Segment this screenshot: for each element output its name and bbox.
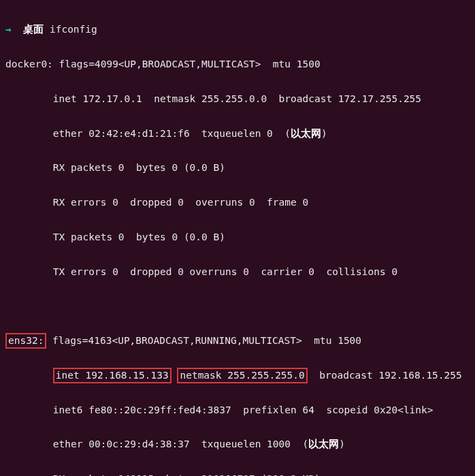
ens32-header-rest: flags=4163<UP,BROADCAST,RUNNING,MULTICAS… bbox=[46, 335, 361, 346]
ens32-header: ens32: flags=4163<UP,BROADCAST,RUNNING,M… bbox=[5, 332, 470, 349]
ens32-inet: inet 192.168.15.133 netmask 255.255.255.… bbox=[5, 367, 470, 384]
docker0-ether-cjk: 以太网 bbox=[291, 128, 321, 139]
docker0-rx-packets: RX packets 0 bytes 0 (0.0 B) bbox=[5, 159, 470, 176]
ens32-ether-cjk: 以太网 bbox=[308, 439, 339, 449]
ens32-ether: ether 00:0c:29:d4:38:37 txqueuelen 1000 … bbox=[5, 436, 470, 453]
prompt-command: ifconfig bbox=[50, 24, 97, 35]
docker0-ether-c: ) bbox=[321, 128, 327, 139]
docker0-inet: inet 172.17.0.1 netmask 255.255.0.0 broa… bbox=[5, 91, 470, 108]
prompt-cwd: 桌面 bbox=[23, 24, 44, 35]
ens32-inet-highlight: inet 192.168.15.133 bbox=[53, 368, 171, 383]
docker0-tx-errors: TX errors 0 dropped 0 overruns 0 carrier… bbox=[5, 264, 470, 281]
docker0-header: docker0: flags=4099<UP,BROADCAST,MULTICA… bbox=[5, 56, 470, 73]
ens32-broadcast: broadcast 192.168.15.255 bbox=[308, 370, 462, 381]
docker0-ether-a: ether 02:42:e4:d1:21:f6 txqueuelen 0 ( bbox=[5, 128, 291, 139]
ens32-ether-a: ether 00:0c:29:d4:38:37 txqueuelen 1000 … bbox=[5, 439, 308, 449]
docker0-tx-packets: TX packets 0 bytes 0 (0.0 B) bbox=[5, 229, 470, 246]
ens32-netmask-highlight: netmask 255.255.255.0 bbox=[177, 368, 307, 383]
ens32-rx-packets: RX packets 148015 bytes 210206797 (210.2… bbox=[5, 471, 470, 476]
terminal-output[interactable]: → 桌面 ifconfig docker0: flags=4099<UP,BRO… bbox=[0, 0, 475, 476]
prompt-line: → 桌面 ifconfig bbox=[5, 21, 470, 38]
prompt-arrow: → bbox=[5, 24, 12, 35]
docker0-rx-errors: RX errors 0 dropped 0 overruns 0 frame 0 bbox=[5, 194, 470, 211]
ens32-name-highlight: ens32: bbox=[5, 333, 46, 349]
ens32-ether-c: ) bbox=[339, 439, 345, 449]
ens32-inet6: inet6 fe80::20c:29ff:fed4:3837 prefixlen… bbox=[5, 402, 470, 419]
blank-1 bbox=[5, 298, 470, 315]
docker0-ether: ether 02:42:e4:d1:21:f6 txqueuelen 0 (以太… bbox=[5, 125, 470, 142]
